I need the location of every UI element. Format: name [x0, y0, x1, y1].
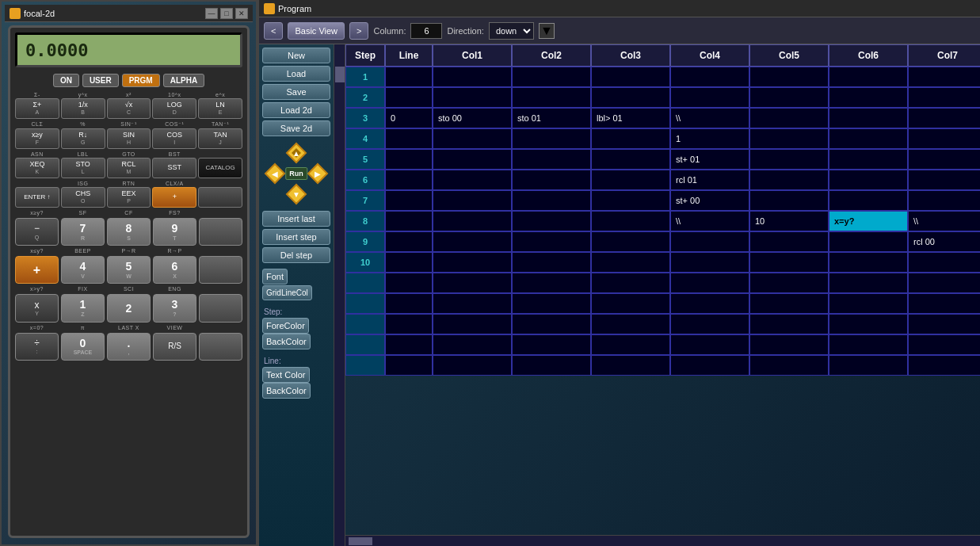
five-btn[interactable]: 5W: [107, 256, 151, 284]
row10-col1[interactable]: [433, 252, 512, 273]
cos-btn[interactable]: COSI: [152, 128, 196, 149]
four-btn[interactable]: 4V: [61, 256, 105, 284]
nav-right-btn[interactable]: ▶: [307, 162, 329, 185]
prog-grid-container[interactable]: Step Line Col1 Col2 Col3 Col4 Col5 Col6 …: [345, 44, 980, 535]
row6-col2[interactable]: [512, 170, 591, 190]
row1-col3[interactable]: [591, 67, 670, 87]
mul-btn[interactable]: xY: [15, 294, 59, 322]
left-scrollbar[interactable]: [334, 44, 345, 546]
row7-col5[interactable]: [749, 190, 829, 211]
row8-col6[interactable]: x=y?: [829, 211, 908, 231]
user-button[interactable]: USER: [82, 74, 119, 87]
row10-col5[interactable]: [749, 252, 829, 273]
row4-col7[interactable]: [908, 128, 980, 149]
row10-col2[interactable]: [512, 252, 591, 273]
row2-col7[interactable]: [908, 87, 980, 108]
row8-col4[interactable]: \\: [670, 211, 749, 231]
direction-select[interactable]: down up left right: [489, 22, 534, 40]
row3-col7[interactable]: [908, 108, 980, 128]
row6-col1[interactable]: [433, 170, 512, 190]
row5-col3[interactable]: [591, 149, 670, 170]
calc-minimize-btn[interactable]: —: [205, 8, 218, 19]
row4-col3[interactable]: [591, 128, 670, 149]
nav-up-btn[interactable]: ▲: [285, 142, 307, 164]
run-btn[interactable]: Run: [285, 167, 307, 180]
new-btn[interactable]: New: [262, 48, 330, 63]
forecolor-btn[interactable]: ForeColor: [262, 318, 309, 334]
main-r2-4[interactable]: [199, 256, 242, 284]
row10-col6[interactable]: [829, 252, 908, 273]
rdown-btn[interactable]: R↓G: [61, 128, 105, 149]
nav-down-btn[interactable]: ▼: [285, 183, 307, 205]
tan-btn[interactable]: TANJ: [198, 128, 242, 149]
row1-col2[interactable]: [512, 67, 591, 87]
insert-last-btn[interactable]: Insert last: [262, 211, 330, 227]
row10-col7[interactable]: [908, 252, 980, 273]
row4-col5[interactable]: [749, 128, 829, 149]
row6-col4[interactable]: rcl 01: [670, 170, 749, 190]
chs-btn[interactable]: CHSO: [61, 187, 105, 208]
main-r4-4[interactable]: [199, 333, 242, 361]
row9-col6[interactable]: [829, 231, 908, 252]
seven-btn[interactable]: 7R: [61, 218, 105, 246]
row5-col6[interactable]: [829, 149, 908, 170]
row7-col6[interactable]: [829, 190, 908, 211]
three-btn[interactable]: 3?: [153, 294, 196, 322]
del-step-btn[interactable]: Del step: [262, 247, 330, 263]
toolbar-view-btn[interactable]: Basic View: [288, 22, 345, 40]
nine-btn[interactable]: 9T: [153, 218, 196, 246]
row8-col5[interactable]: 10: [749, 211, 829, 231]
row5-col2[interactable]: [512, 149, 591, 170]
row1-col7[interactable]: [908, 67, 980, 87]
toolbar-back-btn[interactable]: <: [264, 22, 283, 40]
rcl-btn[interactable]: RCLM: [107, 158, 151, 178]
backcolor-btn[interactable]: BackColor: [262, 334, 311, 349]
row4-col4[interactable]: 1: [670, 128, 749, 149]
row8-col7[interactable]: \\: [908, 211, 980, 231]
row3-col2[interactable]: sto 01: [512, 108, 591, 128]
row7-col1[interactable]: [433, 190, 512, 211]
gridlinecol-btn[interactable]: GridLineCol: [262, 285, 312, 300]
sto-btn[interactable]: STOL: [61, 158, 105, 178]
row9-col5[interactable]: [749, 231, 829, 252]
row2-col5[interactable]: [749, 87, 829, 108]
row9-col4[interactable]: [670, 231, 749, 252]
row5-col7[interactable]: [908, 149, 980, 170]
row10-col3[interactable]: [591, 252, 670, 273]
ln-btn[interactable]: LNE: [198, 98, 242, 119]
insert-step-btn[interactable]: Insert step: [262, 229, 330, 245]
sst-btn[interactable]: SST: [152, 158, 196, 178]
log-btn[interactable]: LOGD: [152, 98, 196, 119]
row3-col3[interactable]: lbl> 01: [591, 108, 670, 128]
on-button[interactable]: ON: [53, 74, 79, 87]
calc-maximize-btn[interactable]: □: [220, 8, 233, 19]
save2d-btn[interactable]: Save 2d: [262, 120, 330, 136]
row5-col5[interactable]: [749, 149, 829, 170]
main-r1-4[interactable]: [199, 218, 242, 246]
add-btn[interactable]: +: [15, 256, 59, 284]
enter-btn[interactable]: ENTER ↑: [15, 187, 59, 208]
minus-btn[interactable]: −Q: [15, 218, 59, 246]
rs-btn[interactable]: R/S: [153, 333, 196, 361]
row9-col2[interactable]: [512, 231, 591, 252]
bottom-scrollbar[interactable]: [345, 535, 980, 546]
row7-col4[interactable]: st+ 00: [670, 190, 749, 211]
sqrt-btn[interactable]: √xC: [107, 98, 151, 119]
row7-col7[interactable]: [908, 190, 980, 211]
prgm-button[interactable]: PRGM: [122, 74, 160, 87]
row4-col2[interactable]: [512, 128, 591, 149]
row2-col1[interactable]: [433, 87, 512, 108]
row8-col1[interactable]: [433, 211, 512, 231]
row7-col2[interactable]: [512, 190, 591, 211]
row6-col6[interactable]: [829, 170, 908, 190]
row2-col4[interactable]: [670, 87, 749, 108]
row1-col5[interactable]: [749, 67, 829, 87]
load-btn[interactable]: Load: [262, 66, 330, 82]
row10-col4[interactable]: [670, 252, 749, 273]
div-btn[interactable]: ÷:: [15, 333, 59, 361]
line-backcolor-btn[interactable]: BackColor: [262, 383, 311, 399]
load2d-btn[interactable]: Load 2d: [262, 102, 330, 118]
row6-col3[interactable]: [591, 170, 670, 190]
row2-col3[interactable]: [591, 87, 670, 108]
row1-col4[interactable]: [670, 67, 749, 87]
